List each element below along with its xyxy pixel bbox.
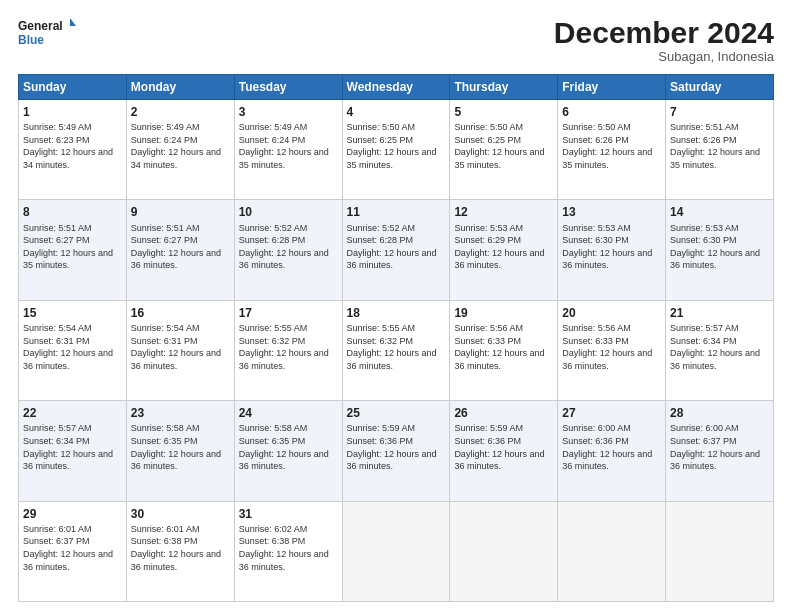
day-number: 18 [347, 305, 446, 321]
table-row: 14Sunrise: 5:53 AMSunset: 6:30 PMDayligh… [666, 200, 774, 300]
table-row [450, 501, 558, 601]
table-row: 20Sunrise: 5:56 AMSunset: 6:33 PMDayligh… [558, 300, 666, 400]
table-row: 28Sunrise: 6:00 AMSunset: 6:37 PMDayligh… [666, 401, 774, 501]
table-row: 17Sunrise: 5:55 AMSunset: 6:32 PMDayligh… [234, 300, 342, 400]
day-number: 22 [23, 405, 122, 421]
day-info: Sunrise: 5:54 AMSunset: 6:31 PMDaylight:… [131, 322, 230, 372]
day-number: 28 [670, 405, 769, 421]
day-info: Sunrise: 5:51 AMSunset: 6:26 PMDaylight:… [670, 121, 769, 171]
table-row: 23Sunrise: 5:58 AMSunset: 6:35 PMDayligh… [126, 401, 234, 501]
day-number: 23 [131, 405, 230, 421]
table-row: 11Sunrise: 5:52 AMSunset: 6:28 PMDayligh… [342, 200, 450, 300]
day-number: 3 [239, 104, 338, 120]
table-row: 29Sunrise: 6:01 AMSunset: 6:37 PMDayligh… [19, 501, 127, 601]
header-saturday: Saturday [666, 75, 774, 100]
table-row: 19Sunrise: 5:56 AMSunset: 6:33 PMDayligh… [450, 300, 558, 400]
day-number: 31 [239, 506, 338, 522]
header-thursday: Thursday [450, 75, 558, 100]
calendar-week-row: 1Sunrise: 5:49 AMSunset: 6:23 PMDaylight… [19, 100, 774, 200]
day-info: Sunrise: 6:00 AMSunset: 6:37 PMDaylight:… [670, 422, 769, 472]
title-block: December 2024 Subagan, Indonesia [554, 16, 774, 64]
calendar-week-row: 22Sunrise: 5:57 AMSunset: 6:34 PMDayligh… [19, 401, 774, 501]
table-row: 1Sunrise: 5:49 AMSunset: 6:23 PMDaylight… [19, 100, 127, 200]
table-row: 26Sunrise: 5:59 AMSunset: 6:36 PMDayligh… [450, 401, 558, 501]
table-row: 4Sunrise: 5:50 AMSunset: 6:25 PMDaylight… [342, 100, 450, 200]
day-number: 11 [347, 204, 446, 220]
table-row: 3Sunrise: 5:49 AMSunset: 6:24 PMDaylight… [234, 100, 342, 200]
table-row: 9Sunrise: 5:51 AMSunset: 6:27 PMDaylight… [126, 200, 234, 300]
svg-text:General: General [18, 19, 63, 33]
day-info: Sunrise: 5:51 AMSunset: 6:27 PMDaylight:… [131, 222, 230, 272]
day-number: 6 [562, 104, 661, 120]
calendar-week-row: 15Sunrise: 5:54 AMSunset: 6:31 PMDayligh… [19, 300, 774, 400]
table-row: 30Sunrise: 6:01 AMSunset: 6:38 PMDayligh… [126, 501, 234, 601]
header-tuesday: Tuesday [234, 75, 342, 100]
calendar-header-row: Sunday Monday Tuesday Wednesday Thursday… [19, 75, 774, 100]
day-number: 17 [239, 305, 338, 321]
day-number: 21 [670, 305, 769, 321]
svg-marker-2 [70, 18, 76, 26]
logo: General Blue [18, 16, 78, 48]
day-info: Sunrise: 5:57 AMSunset: 6:34 PMDaylight:… [23, 422, 122, 472]
day-number: 1 [23, 104, 122, 120]
month-title: December 2024 [554, 16, 774, 49]
day-info: Sunrise: 5:54 AMSunset: 6:31 PMDaylight:… [23, 322, 122, 372]
day-info: Sunrise: 5:59 AMSunset: 6:36 PMDaylight:… [454, 422, 553, 472]
header-sunday: Sunday [19, 75, 127, 100]
table-row: 12Sunrise: 5:53 AMSunset: 6:29 PMDayligh… [450, 200, 558, 300]
day-info: Sunrise: 5:58 AMSunset: 6:35 PMDaylight:… [131, 422, 230, 472]
day-info: Sunrise: 5:49 AMSunset: 6:24 PMDaylight:… [239, 121, 338, 171]
table-row: 22Sunrise: 5:57 AMSunset: 6:34 PMDayligh… [19, 401, 127, 501]
header-monday: Monday [126, 75, 234, 100]
day-info: Sunrise: 5:53 AMSunset: 6:30 PMDaylight:… [562, 222, 661, 272]
day-info: Sunrise: 5:56 AMSunset: 6:33 PMDaylight:… [562, 322, 661, 372]
logo-svg: General Blue [18, 16, 78, 48]
day-number: 9 [131, 204, 230, 220]
table-row: 6Sunrise: 5:50 AMSunset: 6:26 PMDaylight… [558, 100, 666, 200]
table-row: 27Sunrise: 6:00 AMSunset: 6:36 PMDayligh… [558, 401, 666, 501]
day-number: 24 [239, 405, 338, 421]
day-number: 2 [131, 104, 230, 120]
table-row: 2Sunrise: 5:49 AMSunset: 6:24 PMDaylight… [126, 100, 234, 200]
day-info: Sunrise: 5:49 AMSunset: 6:23 PMDaylight:… [23, 121, 122, 171]
day-info: Sunrise: 5:53 AMSunset: 6:29 PMDaylight:… [454, 222, 553, 272]
table-row [342, 501, 450, 601]
day-info: Sunrise: 6:01 AMSunset: 6:37 PMDaylight:… [23, 523, 122, 573]
day-number: 8 [23, 204, 122, 220]
day-info: Sunrise: 5:52 AMSunset: 6:28 PMDaylight:… [347, 222, 446, 272]
day-info: Sunrise: 5:50 AMSunset: 6:26 PMDaylight:… [562, 121, 661, 171]
table-row: 21Sunrise: 5:57 AMSunset: 6:34 PMDayligh… [666, 300, 774, 400]
calendar-week-row: 8Sunrise: 5:51 AMSunset: 6:27 PMDaylight… [19, 200, 774, 300]
day-info: Sunrise: 5:56 AMSunset: 6:33 PMDaylight:… [454, 322, 553, 372]
day-info: Sunrise: 6:00 AMSunset: 6:36 PMDaylight:… [562, 422, 661, 472]
table-row: 15Sunrise: 5:54 AMSunset: 6:31 PMDayligh… [19, 300, 127, 400]
header-friday: Friday [558, 75, 666, 100]
day-number: 19 [454, 305, 553, 321]
table-row: 31Sunrise: 6:02 AMSunset: 6:38 PMDayligh… [234, 501, 342, 601]
calendar-table: Sunday Monday Tuesday Wednesday Thursday… [18, 74, 774, 602]
table-row [558, 501, 666, 601]
day-number: 26 [454, 405, 553, 421]
day-number: 25 [347, 405, 446, 421]
table-row: 5Sunrise: 5:50 AMSunset: 6:25 PMDaylight… [450, 100, 558, 200]
table-row: 24Sunrise: 5:58 AMSunset: 6:35 PMDayligh… [234, 401, 342, 501]
day-number: 20 [562, 305, 661, 321]
day-number: 27 [562, 405, 661, 421]
day-info: Sunrise: 5:50 AMSunset: 6:25 PMDaylight:… [347, 121, 446, 171]
day-number: 13 [562, 204, 661, 220]
day-info: Sunrise: 5:59 AMSunset: 6:36 PMDaylight:… [347, 422, 446, 472]
day-number: 5 [454, 104, 553, 120]
day-info: Sunrise: 6:02 AMSunset: 6:38 PMDaylight:… [239, 523, 338, 573]
day-info: Sunrise: 5:50 AMSunset: 6:25 PMDaylight:… [454, 121, 553, 171]
day-number: 16 [131, 305, 230, 321]
header: General Blue December 2024 Subagan, Indo… [18, 16, 774, 64]
table-row: 7Sunrise: 5:51 AMSunset: 6:26 PMDaylight… [666, 100, 774, 200]
day-number: 15 [23, 305, 122, 321]
day-info: Sunrise: 5:52 AMSunset: 6:28 PMDaylight:… [239, 222, 338, 272]
day-number: 10 [239, 204, 338, 220]
day-number: 12 [454, 204, 553, 220]
day-info: Sunrise: 5:51 AMSunset: 6:27 PMDaylight:… [23, 222, 122, 272]
day-info: Sunrise: 5:58 AMSunset: 6:35 PMDaylight:… [239, 422, 338, 472]
subtitle: Subagan, Indonesia [554, 49, 774, 64]
table-row: 18Sunrise: 5:55 AMSunset: 6:32 PMDayligh… [342, 300, 450, 400]
